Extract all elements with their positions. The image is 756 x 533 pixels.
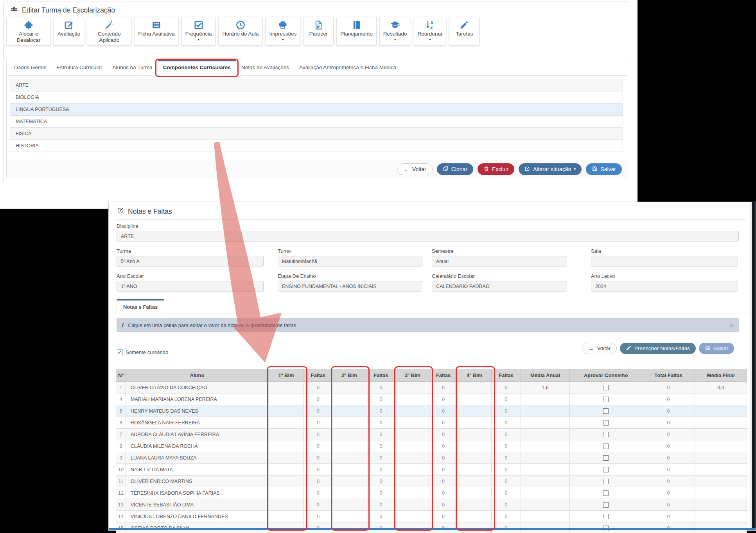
cell-f2[interactable]: 0 [366,499,396,511]
cell-b4[interactable] [458,393,492,405]
cell-b1[interactable] [269,452,304,464]
cell-f4[interactable]: 0 [492,464,521,476]
cell-media-final[interactable] [695,440,747,452]
cell-b3[interactable] [396,464,429,476]
cell-b4[interactable] [458,464,492,476]
cell-total-faltas[interactable]: 0 [642,511,695,522]
cell-f3[interactable]: 0 [429,487,458,499]
toolbar-button-parecer[interactable]: Parecer [303,17,334,46]
cell-b2[interactable] [333,511,366,522]
cell-f1[interactable]: 0 [304,499,333,511]
cell-aprovar-conselho[interactable] [570,464,642,476]
cell-f1[interactable]: 0 [304,429,333,440]
toolbar-button-impressoes[interactable]: Impressões▾ [265,17,300,46]
cell-b2[interactable] [333,452,366,464]
toolbar-button-avaliacao[interactable]: Avaliação [54,17,84,46]
cell-media-anual[interactable] [521,452,570,464]
cell-aprovar-conselho[interactable] [570,511,642,522]
cell-media-final[interactable] [695,405,747,417]
aprovar-conselho-checkbox[interactable] [603,514,609,519]
cell-b4[interactable] [458,405,492,417]
cell-b1[interactable] [269,499,304,511]
cell-f1[interactable]: 0 [304,511,333,522]
cell-aprovar-conselho[interactable] [570,382,642,393]
cell-media-anual[interactable] [521,417,570,429]
aprovar-conselho-checkbox[interactable] [603,432,609,437]
cell-f3[interactable]: 0 [429,511,458,522]
cell-f1[interactable]: 0 [304,382,333,393]
turma-input[interactable] [117,256,264,266]
tab-dados-gerais[interactable]: Dados Gerais [9,60,52,75]
ano-escolar-input[interactable] [117,281,264,292]
toolbar-button-horario-de-aula[interactable]: Horário de Aula [218,17,262,46]
cell-f4[interactable]: 0 [492,487,521,499]
cell-b2[interactable] [333,499,366,511]
cell-aprovar-conselho[interactable] [570,405,642,417]
cell-media-final[interactable] [695,511,747,522]
cell-b1[interactable] [269,417,304,429]
cell-b3[interactable] [396,487,429,499]
cell-f4[interactable]: 0 [492,417,521,429]
cell-f4[interactable]: 0 [492,429,521,440]
tab-alunos-na-turma[interactable]: Alunos na Turma [108,60,158,75]
aprovar-conselho-checkbox[interactable] [603,444,609,449]
cell-b1[interactable] [269,464,304,476]
cell-f2[interactable]: 0 [366,405,396,417]
tab-componentes-curriculares[interactable]: Componentes Curriculares [158,60,236,76]
cell-b4[interactable] [458,452,492,464]
cell-f3[interactable]: 0 [429,405,458,417]
aprovar-conselho-checkbox[interactable] [603,467,609,472]
list-item-historia[interactable]: HISTORIA [10,140,623,152]
disciplina-input[interactable] [117,231,739,241]
cell-aprovar-conselho[interactable] [570,452,642,464]
aprovar-conselho-checkbox[interactable] [603,502,609,508]
close-icon[interactable]: × [730,322,733,329]
semestre-input[interactable] [432,256,567,266]
cell-media-anual[interactable] [521,487,570,499]
cell-media-final[interactable] [695,452,747,464]
cell-media-anual[interactable] [521,393,570,405]
cell-media-final[interactable] [695,393,747,405]
cell-b1[interactable] [269,487,304,499]
cell-f3[interactable]: 0 [429,429,458,440]
cell-f2[interactable]: 0 [366,511,396,522]
cell-b4[interactable] [458,499,492,511]
list-item-arte[interactable]: ARTE [10,79,623,91]
cell-b3[interactable] [396,393,429,405]
cell-media-final[interactable] [695,499,747,511]
cell-b1[interactable] [269,476,304,487]
cell-b3[interactable] [396,452,429,464]
sala-input[interactable] [591,256,738,266]
cell-b4[interactable] [458,440,492,452]
cell-aprovar-conselho[interactable] [570,429,642,440]
cell-f2[interactable]: 0 [366,464,396,476]
cell-f2[interactable]: 0 [366,417,396,429]
cell-f3[interactable]: 0 [429,499,458,511]
cell-b2[interactable] [333,464,366,476]
cell-b3[interactable] [396,440,429,452]
cell-f4[interactable]: 0 [492,405,521,417]
cell-media-anual[interactable]: 1,6 [521,382,570,393]
cell-total-faltas[interactable]: 0 [642,452,695,464]
cell-f1[interactable]: 0 [304,464,333,476]
aprovar-conselho-checkbox[interactable] [603,490,609,496]
cell-b3[interactable] [396,382,429,393]
cell-f4[interactable]: 0 [492,393,521,405]
list-item-fisica[interactable]: FISICA [10,127,623,140]
turno-input[interactable] [278,256,422,266]
cell-f1[interactable]: 0 [304,440,333,452]
cell-b2[interactable] [333,405,366,417]
cell-b2[interactable] [333,487,366,499]
cell-b1[interactable] [269,382,304,393]
cell-b1[interactable] [269,405,304,417]
toolbar-button-conteudo-aplicado[interactable]: Conteúdo Aplicado [87,17,131,46]
cell-total-faltas[interactable]: 0 [642,382,695,393]
toolbar-button-reordenar[interactable]: AZReordenar▾ [414,17,447,46]
cell-f1[interactable]: 0 [304,417,333,429]
cell-media-anual[interactable] [521,405,570,417]
cell-total-faltas[interactable]: 0 [642,417,695,429]
cell-f1[interactable]: 0 [304,452,333,464]
cell-b1[interactable] [269,429,304,440]
cell-f2[interactable]: 0 [366,382,396,393]
tab-estrutura-curricular[interactable]: Estrutura Curricular [52,60,108,75]
